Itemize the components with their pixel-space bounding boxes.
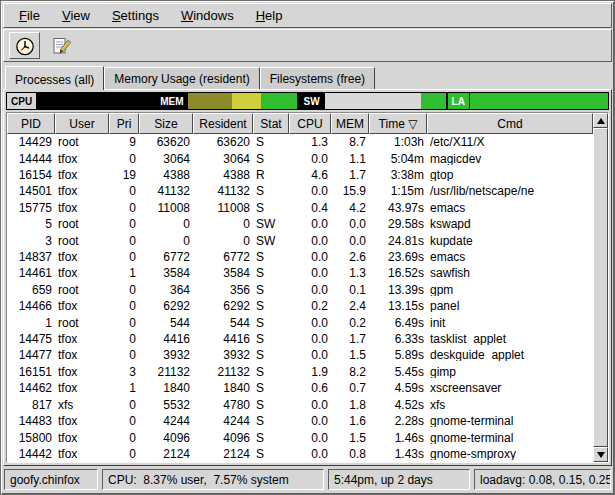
process-row-pid-5[interactable]: 5root000SW0.00.029.58skswapd (7, 216, 593, 232)
cell-size: 63620 (139, 136, 193, 148)
cell-user: tfox (55, 432, 109, 444)
column-header-size[interactable]: Size (139, 113, 193, 134)
cell-stat: S (253, 432, 289, 444)
cell-time: 5:04m (369, 153, 427, 165)
cell-cmd: deskguide_applet (427, 349, 593, 361)
cell-resident: 0 (193, 218, 253, 230)
cell-cpu: 0.0 (289, 284, 331, 296)
column-header-pid[interactable]: PID (7, 113, 55, 134)
process-row-pid-14461[interactable]: 14461tfox135843584S0.01.316.52ssawfish (7, 265, 593, 281)
timer-button[interactable] (9, 32, 40, 59)
column-header-stat[interactable]: Stat (253, 113, 289, 134)
cell-pid: 14475 (7, 333, 55, 345)
column-header-cmd[interactable]: Cmd (427, 113, 593, 134)
cell-size: 41132 (139, 185, 193, 197)
cell-time: 43.97s (369, 202, 427, 214)
cell-stat: S (253, 399, 289, 411)
process-row-pid-1[interactable]: 1root0544544S0.00.26.49sinit (7, 314, 593, 330)
column-header-cpu[interactable]: CPU (289, 113, 331, 134)
cell-mem: 8.2 (331, 366, 369, 378)
process-row-pid-15800[interactable]: 15800tfox040964096S0.01.51.46sgnome-term… (7, 429, 593, 445)
cell-cpu: 0.0 (289, 317, 331, 329)
scrollbar-thumb[interactable] (593, 128, 608, 447)
properties-button[interactable] (46, 32, 77, 59)
process-row-pid-15775[interactable]: 15775tfox01100811008S0.44.243.97semacs (7, 200, 593, 216)
process-row-pid-14483[interactable]: 14483tfox042444244S0.01.62.28sgnome-term… (7, 413, 593, 429)
cell-stat: S (253, 448, 289, 460)
cell-pid: 659 (7, 284, 55, 296)
process-row-pid-14477[interactable]: 14477tfox039323932S0.01.55.89sdeskguide_… (7, 347, 593, 363)
cell-cmd: magicdev (427, 153, 593, 165)
column-header-user[interactable]: User (55, 113, 109, 134)
scrollbar-trough[interactable] (593, 128, 608, 447)
process-row-pid-14501[interactable]: 14501tfox04113241132S0.015.91:15m/usr/li… (7, 183, 593, 199)
scroll-down-button[interactable] (593, 447, 608, 462)
process-row-pid-14475[interactable]: 14475tfox044164416S0.01.76.33stasklist_a… (7, 331, 593, 347)
cell-pri: 0 (109, 432, 139, 444)
column-header-pri[interactable]: Pri (109, 113, 139, 134)
cell-user: tfox (55, 185, 109, 197)
menu-help[interactable]: Help (245, 4, 294, 27)
cell-pri: 0 (109, 399, 139, 411)
cell-pri: 1 (109, 382, 139, 394)
process-row-pid-14429[interactable]: 14429root96362063620S1.38.71:03h/etc/X11… (7, 134, 593, 150)
cell-user: root (55, 136, 109, 148)
cell-stat: S (253, 251, 289, 263)
scroll-up-button[interactable] (593, 113, 608, 128)
cell-pid: 16151 (7, 366, 55, 378)
cell-size: 2124 (139, 448, 193, 460)
menu-windows[interactable]: Windows (170, 4, 245, 27)
memory-usage-graph (188, 92, 298, 110)
cell-time: 1.46s (369, 432, 427, 444)
vertical-scrollbar[interactable] (593, 113, 608, 462)
up-arrow-icon (597, 118, 605, 124)
tab-processes[interactable]: Processes (all) (5, 66, 104, 90)
tab-bar: Processes (all) Memory Usage (resident) … (3, 62, 612, 89)
menu-file[interactable]: File (8, 4, 51, 27)
cell-time: 2.28s (369, 415, 427, 427)
cell-size: 11008 (139, 202, 193, 214)
column-header-time[interactable]: Time ▽ (369, 113, 427, 134)
cell-cmd: emacs (427, 251, 593, 263)
column-header-resident[interactable]: Resident (193, 113, 253, 134)
menu-view[interactable]: View (51, 4, 101, 27)
cell-mem: 2.6 (331, 251, 369, 263)
cell-cmd: /usr/lib/netscape/ne (427, 185, 593, 197)
tab-memory-usage[interactable]: Memory Usage (resident) (104, 67, 259, 89)
process-row-pid-14442[interactable]: 14442tfox021242124S0.00.81.43sgnome-smpr… (7, 446, 593, 462)
cell-mem: 1.7 (331, 333, 369, 345)
process-row-pid-16154[interactable]: 16154tfox1943884388R4.61.73:38mgtop (7, 167, 593, 183)
menu-settings[interactable]: Settings (101, 4, 170, 27)
process-row-pid-659[interactable]: 659root0364356S0.00.113.39sgpm (7, 282, 593, 298)
tab-filesystems[interactable]: Filesystems (free) (260, 67, 375, 89)
cell-time: 29.58s (369, 218, 427, 230)
cell-time: 1:15m (369, 185, 427, 197)
cell-pri: 0 (109, 153, 139, 165)
process-row-pid-3[interactable]: 3root000SW0.00.024.81skupdate (7, 232, 593, 248)
cell-pri: 0 (109, 415, 139, 427)
process-row-pid-14837[interactable]: 14837tfox067726772S0.02.623.69semacs (7, 249, 593, 265)
process-row-pid-14444[interactable]: 14444tfox030643064S0.01.15:04mmagicdev (7, 150, 593, 166)
cell-size: 4096 (139, 432, 193, 444)
cell-user: tfox (55, 153, 109, 165)
cell-mem: 0.8 (331, 448, 369, 460)
load-average-graph (470, 92, 609, 110)
cell-pri: 0 (109, 284, 139, 296)
process-row-pid-817[interactable]: 817xfs055324780S0.01.84.52sxfs (7, 397, 593, 413)
cell-cpu: 0.6 (289, 382, 331, 394)
cell-pri: 9 (109, 136, 139, 148)
cell-pid: 14837 (7, 251, 55, 263)
column-header-mem[interactable]: MEM (331, 113, 369, 134)
cell-time: 1.43s (369, 448, 427, 460)
cell-pri: 0 (109, 317, 139, 329)
cell-resident: 3584 (193, 267, 253, 279)
process-row-pid-16151[interactable]: 16151tfox32113221132S1.98.25.45sgimp (7, 364, 593, 380)
cell-stat: S (253, 202, 289, 214)
cell-time: 16.52s (369, 267, 427, 279)
cell-resident: 4780 (193, 399, 253, 411)
cell-stat: S (253, 382, 289, 394)
cell-stat: SW (253, 235, 289, 247)
cell-time: 23.69s (369, 251, 427, 263)
process-row-pid-14462[interactable]: 14462tfox118401840S0.60.74.59sxscreensav… (7, 380, 593, 396)
process-row-pid-14466[interactable]: 14466tfox062926292S0.22.413.15spanel (7, 298, 593, 314)
